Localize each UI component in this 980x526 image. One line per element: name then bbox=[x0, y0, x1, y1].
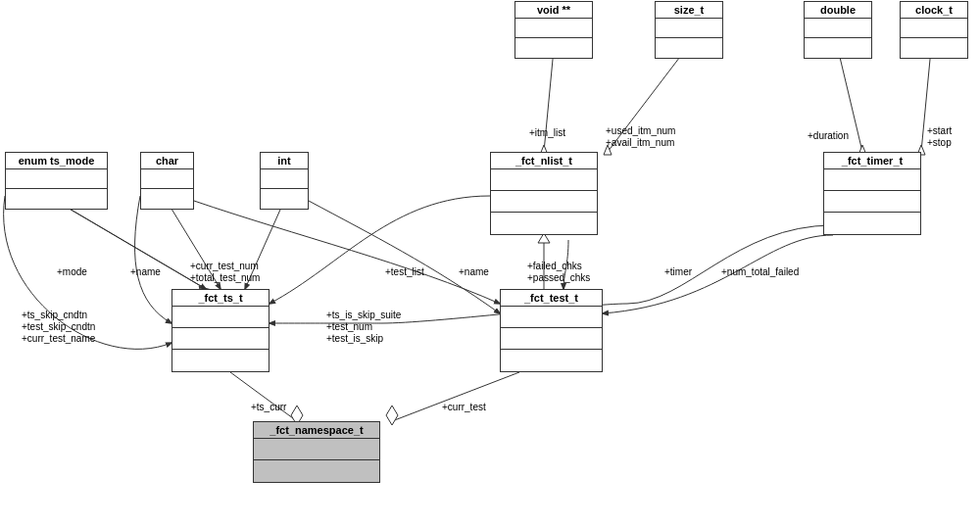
box-fct-timer-t: _fct_timer_t bbox=[823, 152, 921, 235]
label-itm-list: +itm_list bbox=[529, 127, 565, 138]
box-void-pp-s1 bbox=[515, 19, 592, 38]
box-double-s1 bbox=[805, 19, 871, 38]
box-int-s2 bbox=[261, 189, 308, 209]
box-enum-ts-mode-title: enum ts_mode bbox=[6, 153, 107, 169]
box-fct-ts-t-title: _fct_ts_t bbox=[172, 290, 269, 307]
box-fct-timer-t-title: _fct_timer_t bbox=[824, 153, 920, 169]
box-size-t-s1 bbox=[656, 19, 722, 38]
box-double: double bbox=[804, 1, 872, 59]
box-clock-t: clock_t bbox=[900, 1, 968, 59]
box-fct-namespace-t: _fct_namespace_t bbox=[253, 421, 380, 483]
label-curr-test: +curr_test bbox=[442, 402, 486, 412]
box-char-s2 bbox=[141, 189, 193, 209]
label-test-num: +test_num bbox=[326, 321, 372, 332]
box-fct-nlist-t-s3 bbox=[491, 213, 597, 234]
box-char-s1 bbox=[141, 169, 193, 189]
box-void-pp-s2 bbox=[515, 38, 592, 58]
box-enum-ts-mode: enum ts_mode bbox=[5, 152, 108, 210]
label-stop: +stop bbox=[927, 137, 952, 148]
label-curr-test-num: +curr_test_num bbox=[190, 261, 259, 271]
label-failed-chks: +failed_chks bbox=[527, 261, 582, 271]
box-fct-timer-t-s2 bbox=[824, 191, 920, 213]
box-size-t-title: size_t bbox=[656, 2, 722, 19]
box-enum-ts-mode-s2 bbox=[6, 189, 107, 209]
label-ts-is-skip-suite: +ts_is_skip_suite bbox=[326, 310, 401, 320]
box-fct-timer-t-s3 bbox=[824, 213, 920, 234]
box-clock-t-title: clock_t bbox=[901, 2, 967, 19]
box-clock-t-s1 bbox=[901, 19, 967, 38]
box-fct-test-t-s2 bbox=[501, 328, 602, 350]
box-fct-nlist-t-s1 bbox=[491, 169, 597, 191]
box-int-title: int bbox=[261, 153, 308, 169]
label-num-total-failed: +num_total_failed bbox=[721, 266, 799, 277]
label-start: +start bbox=[927, 125, 952, 136]
label-used-itm-num: +used_itm_num bbox=[606, 125, 675, 136]
label-ts-curr: +ts_curr bbox=[251, 402, 286, 412]
label-avail-itm-num: +avail_itm_num bbox=[606, 137, 674, 148]
label-test-list: +test_list bbox=[385, 266, 424, 277]
box-size-t-s2 bbox=[656, 38, 722, 58]
svg-line-17 bbox=[230, 372, 297, 421]
box-fct-test-t-s1 bbox=[501, 307, 602, 328]
box-fct-ts-t: _fct_ts_t bbox=[172, 289, 270, 372]
box-fct-ts-t-s1 bbox=[172, 307, 269, 328]
label-name-ts: +name bbox=[130, 266, 161, 277]
box-double-title: double bbox=[805, 2, 871, 19]
box-fct-test-t-s3 bbox=[501, 350, 602, 371]
label-timer: +timer bbox=[664, 266, 692, 277]
label-duration: +duration bbox=[808, 130, 849, 141]
box-fct-namespace-t-s2 bbox=[254, 460, 379, 482]
box-fct-nlist-t-s2 bbox=[491, 191, 597, 213]
box-fct-namespace-t-s1 bbox=[254, 439, 379, 460]
label-passed-chks: +passed_chks bbox=[527, 272, 590, 283]
box-void-pp: void ** bbox=[514, 1, 593, 59]
label-test-skip-cndtn: +test_skip_cndtn bbox=[22, 321, 95, 332]
box-int: int bbox=[260, 152, 309, 210]
box-enum-ts-mode-s1 bbox=[6, 169, 107, 189]
box-char: char bbox=[140, 152, 194, 210]
box-char-title: char bbox=[141, 153, 193, 169]
label-name-nlist: +name bbox=[459, 266, 489, 277]
svg-marker-20 bbox=[386, 406, 398, 425]
box-fct-nlist-t-title: _fct_nlist_t bbox=[491, 153, 597, 169]
label-mode: +mode bbox=[57, 266, 87, 277]
label-curr-test-name: +curr_test_name bbox=[22, 333, 95, 344]
box-int-s1 bbox=[261, 169, 308, 189]
label-total-test-num: +total_test_num bbox=[190, 272, 260, 283]
box-size-t: size_t bbox=[655, 1, 723, 59]
box-fct-test-t: _fct_test_t bbox=[500, 289, 603, 372]
box-clock-t-s2 bbox=[901, 38, 967, 58]
box-fct-test-t-title: _fct_test_t bbox=[501, 290, 602, 307]
box-void-pp-title: void ** bbox=[515, 2, 592, 19]
box-fct-timer-t-s1 bbox=[824, 169, 920, 191]
label-test-is-skip: +test_is_skip bbox=[326, 333, 383, 344]
box-fct-namespace-t-title: _fct_namespace_t bbox=[254, 422, 379, 439]
box-fct-ts-t-s2 bbox=[172, 328, 269, 350]
label-ts-skip-cndtn: +ts_skip_cndtn bbox=[22, 310, 87, 320]
box-double-s2 bbox=[805, 38, 871, 58]
box-fct-nlist-t: _fct_nlist_t bbox=[490, 152, 598, 235]
box-fct-ts-t-s3 bbox=[172, 350, 269, 371]
svg-line-19 bbox=[392, 372, 519, 421]
